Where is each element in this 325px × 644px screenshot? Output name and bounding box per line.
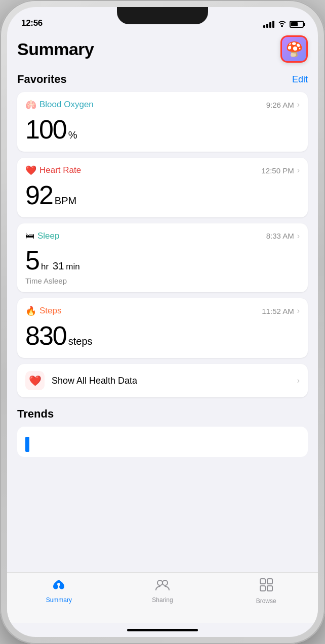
sleep-chevron: › — [297, 232, 300, 241]
summary-tab-icon — [52, 578, 66, 594]
favorites-section-header: Favorites Edit — [17, 73, 308, 86]
health-data-label: Show All Health Data — [52, 376, 290, 386]
tab-summary[interactable]: Summary — [7, 578, 111, 604]
svg-rect-4 — [260, 586, 265, 591]
blood-oxygen-value: 100 — [25, 114, 66, 145]
notch — [117, 7, 208, 24]
steps-chevron: › — [297, 306, 300, 315]
sleep-title: Sleep — [37, 231, 59, 241]
sharing-tab-label: Sharing — [152, 596, 173, 604]
page-title: Summary — [17, 39, 94, 59]
blood-oxygen-chevron: › — [297, 100, 300, 109]
steps-time: 11:52 AM — [262, 307, 294, 315]
blood-oxygen-unit: % — [68, 129, 77, 141]
health-heart-icon: ❤️ — [29, 375, 42, 387]
heart-rate-icon: ❤️ — [25, 165, 36, 176]
status-time: 12:56 — [21, 18, 43, 28]
sleep-minutes-value: 31 — [53, 260, 64, 272]
steps-unit: steps — [68, 336, 93, 347]
sleep-icon: 🛏 — [25, 231, 34, 241]
phone-screen: 12:56 — [7, 7, 318, 637]
heart-rate-title: Heart Rate — [39, 165, 81, 175]
svg-rect-2 — [260, 579, 265, 584]
signal-icon — [263, 21, 274, 28]
heart-rate-chevron: › — [297, 166, 300, 175]
browse-tab-icon — [259, 578, 273, 595]
blood-oxygen-icon: 🫁 — [25, 99, 36, 110]
heart-rate-card[interactable]: ❤️ Heart Rate 12:50 PM › 92 BPM — [17, 158, 308, 217]
steps-icon: 🔥 — [25, 305, 36, 316]
trend-bar — [25, 437, 29, 452]
status-icons — [263, 20, 304, 28]
favorites-title: Favorites — [17, 73, 67, 86]
battery-icon — [290, 21, 304, 28]
browse-tab-label: Browse — [256, 597, 276, 605]
tab-bar: Summary Sharing — [7, 572, 318, 623]
blood-oxygen-title: Blood Oxygen — [39, 100, 94, 110]
heart-rate-time: 12:50 PM — [261, 166, 294, 175]
home-indicator — [7, 623, 318, 637]
page-header: Summary 🍄 — [17, 31, 308, 63]
blood-oxygen-time: 9:26 AM — [266, 101, 294, 109]
sleep-card[interactable]: 🛏 Sleep 8:33 AM › 5 hr 31 min Time Aslee… — [17, 223, 308, 292]
heart-rate-unit: BPM — [55, 195, 76, 207]
heart-rate-value: 92 — [25, 180, 53, 210]
scroll-content[interactable]: Summary 🍄 Favorites Edit 🫁 Blood Oxygen — [7, 31, 318, 572]
show-all-health-data-card[interactable]: ❤️ Show All Health Data › — [17, 364, 308, 397]
steps-value: 830 — [25, 320, 66, 351]
steps-card[interactable]: 🔥 Steps 11:52 AM › 830 steps — [17, 298, 308, 358]
steps-title: Steps — [39, 306, 61, 316]
sleep-label: Time Asleep — [25, 277, 300, 285]
sleep-minutes-unit: min — [66, 262, 79, 272]
summary-tab-label: Summary — [46, 596, 72, 604]
tab-sharing[interactable]: Sharing — [111, 578, 215, 604]
health-data-chevron: › — [297, 376, 300, 385]
trends-title: Trends — [17, 407, 308, 421]
svg-point-1 — [162, 580, 168, 585]
health-data-icon-box: ❤️ — [25, 371, 45, 390]
avatar-emoji: 🍄 — [286, 41, 303, 58]
svg-point-0 — [157, 580, 162, 585]
phone-frame: 12:56 — [0, 0, 325, 644]
sharing-tab-icon — [155, 578, 170, 594]
avatar-button[interactable]: 🍄 — [280, 35, 308, 63]
tab-browse[interactable]: Browse — [214, 578, 318, 605]
wifi-icon — [277, 20, 287, 28]
sleep-time: 8:33 AM — [266, 232, 294, 240]
edit-button[interactable]: Edit — [292, 74, 308, 85]
sleep-hours-value: 5 — [25, 245, 39, 275]
svg-rect-3 — [267, 579, 272, 584]
trends-section: Trends — [17, 407, 308, 457]
sleep-hours-unit: hr — [41, 262, 49, 272]
blood-oxygen-card[interactable]: 🫁 Blood Oxygen 9:26 AM › 100 % — [17, 92, 308, 152]
trends-preview — [17, 427, 308, 457]
svg-rect-5 — [267, 586, 272, 591]
